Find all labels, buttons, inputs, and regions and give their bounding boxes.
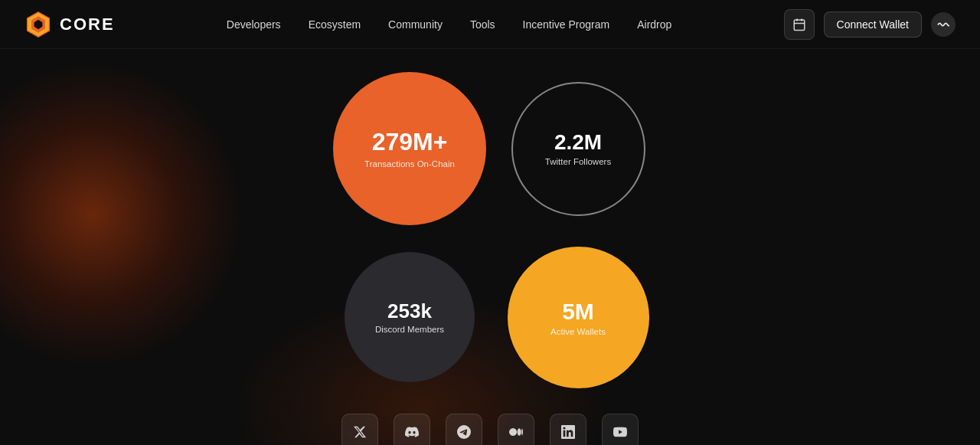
transactions-label: Transactions On-Chain: [364, 159, 455, 169]
social-discord-button[interactable]: [394, 414, 430, 445]
nav-link-developers[interactable]: Developers: [227, 18, 281, 31]
medium-icon: [509, 425, 523, 439]
telegram-icon: [457, 425, 471, 439]
connect-wallet-label: Connect Wallet: [837, 18, 909, 31]
social-x-button[interactable]: [341, 414, 378, 445]
transactions-number: 279M+: [372, 129, 448, 155]
social-medium-button[interactable]: [498, 414, 534, 445]
twitter-label: Twitter Followers: [545, 157, 611, 166]
social-youtube-button[interactable]: [602, 414, 639, 445]
stat-transactions: 279M+ Transactions On-Chain: [333, 72, 486, 225]
nav-link-ecosystem[interactable]: Ecosystem: [309, 18, 361, 31]
wallets-number: 5M: [562, 299, 594, 324]
wave-icon: [931, 12, 956, 37]
svg-rect-3: [794, 20, 805, 31]
logo-text: CORE: [60, 15, 115, 34]
nav-right: Connect Wallet: [784, 9, 956, 40]
stat-twitter: 2.2M Twitter Followers: [511, 82, 645, 216]
youtube-icon: [613, 425, 627, 439]
stat-discord: 253k Discord Members: [345, 252, 475, 382]
nav-links: Developers Ecosystem Community Tools Inc…: [227, 18, 672, 31]
twitter-number: 2.2M: [554, 131, 602, 155]
social-links-row: [341, 414, 639, 445]
nav-link-incentive[interactable]: Incentive Program: [523, 18, 610, 31]
stats-grid: 279M+ Transactions On-Chain 2.2M Twitter…: [333, 72, 647, 386]
social-linkedin-button[interactable]: [550, 414, 586, 445]
nav-link-airdrop[interactable]: Airdrop: [637, 18, 671, 31]
nav-link-tools[interactable]: Tools: [470, 18, 495, 31]
calendar-icon: [792, 18, 806, 31]
linkedin-icon: [561, 425, 575, 439]
main-content: 279M+ Transactions On-Chain 2.2M Twitter…: [0, 49, 980, 445]
wave-symbol: [937, 18, 949, 31]
connect-wallet-button[interactable]: Connect Wallet: [824, 11, 922, 38]
x-icon: [353, 425, 367, 439]
nav-link-community[interactable]: Community: [388, 18, 443, 31]
logo-link[interactable]: CORE: [24, 11, 115, 38]
calendar-button[interactable]: [784, 9, 815, 40]
stat-wallets: 5M Active Wallets: [508, 247, 649, 388]
discord-label: Discord Members: [375, 325, 444, 334]
wallets-label: Active Wallets: [550, 327, 606, 336]
social-telegram-button[interactable]: [446, 414, 482, 445]
core-logo-icon: [24, 11, 52, 38]
navbar: CORE Developers Ecosystem Community Tool…: [0, 0, 980, 49]
discord-icon: [405, 425, 419, 439]
discord-number: 253k: [387, 300, 432, 322]
